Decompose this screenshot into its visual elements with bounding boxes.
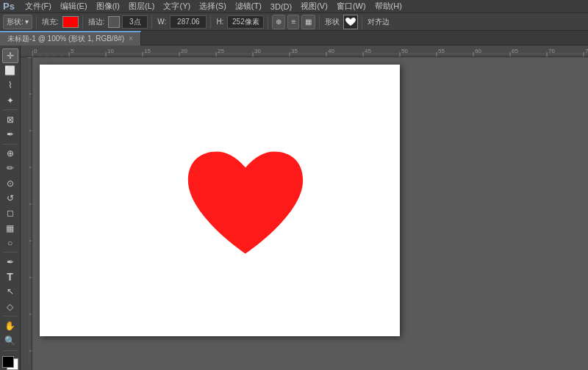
app-logo: Ps xyxy=(3,1,15,12)
chevron-down-icon: ▾ xyxy=(25,18,29,26)
heart-svg xyxy=(182,145,310,266)
ruler-top-marks: 0 5 10 15 20 25 30 35 40 xyxy=(32,46,588,57)
toolbox: ✛ ⬜ ⌇ ✦ ⊠ ✒ ⊕ ✏ ⊙ ↺ ◻ ▦ ○ ✒ T ↖ ◇ ✋ 🔍 xyxy=(0,46,21,370)
tab-bar: 未标题-1 @ 100% (形状 1, RGB/8#) × xyxy=(0,31,588,46)
shape-selector-btn[interactable] xyxy=(343,15,358,29)
menu-filter[interactable]: 滤镜(T) xyxy=(231,0,266,12)
canvas-area: 0 5 10 15 20 25 30 35 40 xyxy=(21,46,588,370)
ruler-top: 0 5 10 15 20 25 30 35 40 xyxy=(21,46,588,57)
menu-view[interactable]: 视图(V) xyxy=(296,0,332,12)
svg-rect-0 xyxy=(32,46,588,57)
crop-tool[interactable]: ⊠ xyxy=(2,112,18,126)
svg-text:40: 40 xyxy=(328,48,334,54)
options-toolbar: 形状: ▾ 填充: 描边: W: H: ⊕ ≡ ▦ 形状 对齐边 xyxy=(0,13,588,31)
foreground-color[interactable] xyxy=(2,356,14,368)
quick-select-tool[interactable]: ✦ xyxy=(2,93,18,107)
menu-image[interactable]: 图像(I) xyxy=(92,0,124,12)
select-rect-tool[interactable]: ⬜ xyxy=(2,64,18,78)
svg-rect-38 xyxy=(21,57,32,366)
text-tool[interactable]: T xyxy=(2,270,18,284)
document-canvas[interactable] xyxy=(40,65,400,336)
menu-text[interactable]: 文字(Y) xyxy=(159,0,195,12)
heart-layer xyxy=(182,145,310,268)
svg-text:20: 20 xyxy=(181,48,187,54)
align-btn[interactable]: ≡ xyxy=(287,15,299,29)
menu-file[interactable]: 文件(F) xyxy=(21,0,56,12)
hand-tool[interactable]: ✋ xyxy=(2,319,18,333)
svg-text:70: 70 xyxy=(548,48,555,54)
pen-tool[interactable]: ✒ xyxy=(2,255,18,269)
svg-text:25: 25 xyxy=(218,48,224,54)
dodge-tool[interactable]: ○ xyxy=(2,236,18,250)
menu-help[interactable]: 帮助(H) xyxy=(370,0,406,12)
menu-edit[interactable]: 编辑(E) xyxy=(56,0,92,12)
eyedropper-tool[interactable]: ✒ xyxy=(2,127,18,141)
stroke-color-swatch[interactable] xyxy=(108,16,120,28)
menu-bar: Ps 文件(F) 编辑(E) 图像(I) 图层(L) 文字(Y) 选择(S) 滤… xyxy=(0,0,588,13)
zoom-tool[interactable]: 🔍 xyxy=(2,334,18,348)
ruler-corner xyxy=(21,46,32,57)
eraser-tool[interactable]: ◻ xyxy=(2,206,18,220)
separator xyxy=(362,15,362,29)
svg-text:75: 75 xyxy=(585,48,588,54)
svg-text:55: 55 xyxy=(438,48,445,54)
width-label: W: xyxy=(156,18,168,26)
canvas-container xyxy=(32,57,588,370)
svg-text:35: 35 xyxy=(291,48,298,54)
svg-text:10: 10 xyxy=(107,48,114,54)
main-area: ✛ ⬜ ⌇ ✦ ⊠ ✒ ⊕ ✏ ⊙ ↺ ◻ ▦ ○ ✒ T ↖ ◇ ✋ 🔍 xyxy=(0,46,588,370)
brush-tool[interactable]: ✏ xyxy=(2,162,18,175)
svg-text:60: 60 xyxy=(475,48,481,54)
height-input[interactable] xyxy=(227,15,264,29)
path-select-tool[interactable]: ↖ xyxy=(2,285,18,299)
menu-3d[interactable]: 3D(D) xyxy=(266,1,296,12)
tab-close-btn[interactable]: × xyxy=(129,35,133,43)
separator xyxy=(151,15,152,29)
menu-layer[interactable]: 图层(L) xyxy=(124,0,159,12)
heart-path xyxy=(188,152,303,254)
tool-separator xyxy=(3,144,18,145)
heal-tool[interactable]: ⊕ xyxy=(2,147,18,161)
tool-separator xyxy=(3,350,18,351)
tool-separator xyxy=(3,252,18,253)
gradient-tool[interactable]: ▦ xyxy=(2,221,18,235)
fill-color-swatch[interactable] xyxy=(62,16,79,28)
svg-text:50: 50 xyxy=(401,48,408,54)
align-edge-label: 对齐边 xyxy=(366,17,391,27)
menu-window[interactable]: 窗口(W) xyxy=(332,0,370,12)
ruler-left xyxy=(21,57,32,370)
color-picker[interactable] xyxy=(2,356,18,370)
heart-shape-icon xyxy=(345,17,356,27)
svg-text:65: 65 xyxy=(512,48,518,54)
shape-label: 形状 xyxy=(323,17,341,27)
clone-tool[interactable]: ⊙ xyxy=(2,176,18,190)
tab-title: 未标题-1 @ 100% (形状 1, RGB/8#) xyxy=(7,34,124,44)
separator xyxy=(82,15,83,29)
separator xyxy=(319,15,320,29)
shape-tool[interactable]: ◇ xyxy=(2,300,18,313)
separator xyxy=(36,15,37,29)
history-brush-tool[interactable]: ↺ xyxy=(2,191,18,205)
svg-text:5: 5 xyxy=(71,48,74,54)
move-tool[interactable]: ✛ xyxy=(2,48,18,63)
width-input[interactable] xyxy=(170,15,207,29)
canvas-scroll xyxy=(21,57,588,370)
shape-tool-label: 形状: xyxy=(7,17,24,27)
separator xyxy=(268,15,268,29)
shape-tool-btn[interactable]: 形状: ▾ xyxy=(3,15,32,29)
document-tab[interactable]: 未标题-1 @ 100% (形状 1, RGB/8#) × xyxy=(0,31,141,46)
tool-separator xyxy=(3,109,18,110)
height-label: H: xyxy=(215,18,225,26)
separator xyxy=(210,15,211,29)
ruler-left-marks xyxy=(21,57,32,366)
svg-text:30: 30 xyxy=(254,48,261,54)
svg-text:0: 0 xyxy=(34,48,37,54)
stroke-width-input[interactable] xyxy=(122,15,148,29)
fill-label: 填充: xyxy=(40,17,60,27)
transform-btn[interactable]: ⊕ xyxy=(272,15,285,29)
lasso-tool[interactable]: ⌇ xyxy=(2,79,18,92)
svg-text:15: 15 xyxy=(144,48,151,54)
path-ops-btn[interactable]: ▦ xyxy=(301,15,315,29)
menu-select[interactable]: 选择(S) xyxy=(195,0,231,12)
tool-separator xyxy=(3,316,18,316)
